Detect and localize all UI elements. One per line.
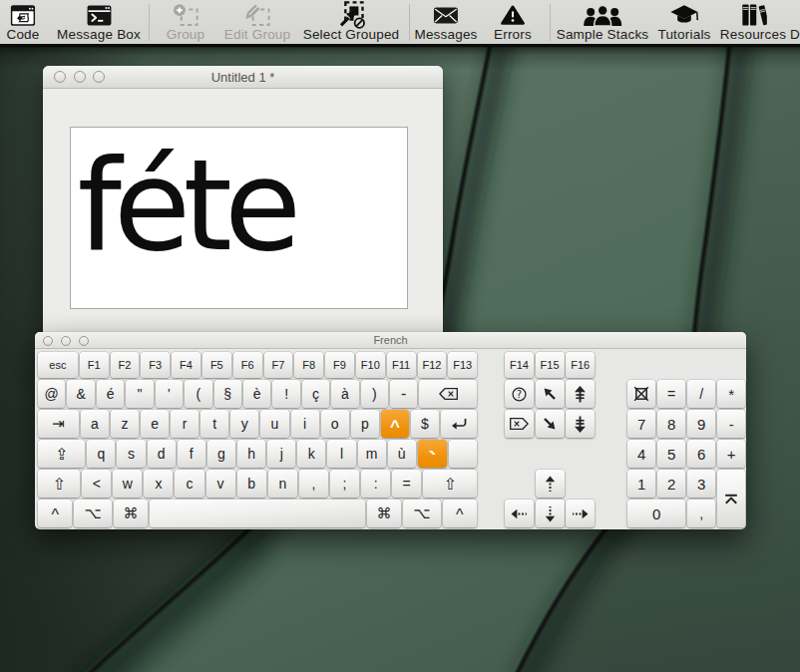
key-;[interactable]: ; <box>330 470 359 498</box>
key-numpad-clear[interactable] <box>627 380 655 408</box>
key-arrow-up[interactable] <box>536 470 565 498</box>
key-y[interactable]: y <box>230 410 258 438</box>
key-command-left[interactable]: ⌘ <box>114 500 148 527</box>
key-d[interactable]: d <box>148 440 176 468</box>
toolbar-item-tutorials[interactable]: Tutorials <box>657 0 710 44</box>
key-return-lower[interactable] <box>449 440 477 468</box>
key-j[interactable]: j <box>267 440 295 468</box>
key-backspace[interactable] <box>419 380 477 408</box>
key-caps-lock[interactable]: ⇪ <box>38 440 85 468</box>
key-f[interactable]: f <box>178 440 205 468</box>
toolbar-item-code[interactable]: Code <box>6 0 39 44</box>
key-F12[interactable]: F12 <box>418 352 447 378</box>
key-=[interactable]: = <box>392 470 421 498</box>
key-arrow-left[interactable] <box>505 500 534 527</box>
key-9[interactable]: 9 <box>687 410 715 438</box>
key-l[interactable]: l <box>327 440 355 468</box>
key-tab[interactable]: ⇥ <box>38 410 79 438</box>
toolbar-item-resources[interactable]: Resources <box>720 0 786 44</box>
key-t[interactable]: t <box>200 410 228 438</box>
key-F1[interactable]: F1 <box>80 352 109 378</box>
key-ç[interactable]: ç <box>302 380 329 408</box>
key-F3[interactable]: F3 <box>141 352 170 378</box>
key-F5[interactable]: F5 <box>202 352 231 378</box>
document-titlebar[interactable]: Untitled 1 * <box>43 66 443 89</box>
key-o[interactable]: o <box>321 410 349 438</box>
key-F6[interactable]: F6 <box>233 352 262 378</box>
key-g[interactable]: g <box>207 440 235 468</box>
toolbar-item-messages[interactable]: Messages <box>414 0 477 44</box>
key-b[interactable]: b <box>237 470 266 498</box>
key-@[interactable]: @ <box>38 380 65 408</box>
key-home[interactable] <box>536 380 565 408</box>
key-u[interactable]: u <box>260 410 288 438</box>
key-"[interactable]: " <box>126 380 153 408</box>
key-*[interactable]: * <box>717 380 745 408</box>
key-p[interactable]: p <box>351 410 379 438</box>
toolbar-item-select-grouped[interactable]: Select Grouped <box>303 0 400 44</box>
key-'[interactable]: ' <box>156 380 183 408</box>
key-=[interactable]: = <box>657 380 685 408</box>
key-h[interactable]: h <box>237 440 265 468</box>
key-esc[interactable]: esc <box>38 352 78 378</box>
key-<[interactable]: < <box>82 470 111 498</box>
key-i[interactable]: i <box>291 410 319 438</box>
key-c[interactable]: c <box>175 470 203 498</box>
key-ù[interactable]: ù <box>388 440 416 468</box>
key-,[interactable]: , <box>687 500 715 527</box>
key-&[interactable]: & <box>67 380 94 408</box>
key-+[interactable]: + <box>717 440 745 468</box>
key-option-right[interactable]: ⌥ <box>403 500 440 527</box>
key-3[interactable]: 3 <box>687 470 715 498</box>
key-F4[interactable]: F4 <box>172 352 200 378</box>
key-([interactable]: ( <box>185 380 211 408</box>
key-)[interactable]: ) <box>361 380 388 408</box>
key-z[interactable]: z <box>111 410 139 438</box>
key-n[interactable]: n <box>268 470 297 498</box>
key-arrow-down[interactable] <box>536 500 565 527</box>
key-:[interactable]: : <box>361 470 390 498</box>
key-control-left[interactable]: ^ <box>38 500 72 527</box>
key-q[interactable]: q <box>87 440 115 468</box>
key--[interactable]: - <box>390 380 417 408</box>
key-F10[interactable]: F10 <box>356 352 385 378</box>
key-w[interactable]: w <box>113 470 142 498</box>
keyboard-titlebar[interactable]: French <box>35 332 746 349</box>
toolbar-item-message-box[interactable]: Message Box <box>57 0 141 44</box>
key-control-right[interactable]: ^ <box>443 500 477 527</box>
key-F14[interactable]: F14 <box>505 352 534 378</box>
key-![interactable]: ! <box>272 380 299 408</box>
key-F11[interactable]: F11 <box>387 352 416 378</box>
key--[interactable]: - <box>717 410 745 438</box>
key-2[interactable]: 2 <box>657 470 685 498</box>
key-circumflex-dead-key[interactable]: ^ <box>381 410 409 438</box>
key-m[interactable]: m <box>358 440 386 468</box>
toolbar-item-d[interactable]: D <box>790 0 800 44</box>
key-è[interactable]: è <box>243 380 270 408</box>
key-1[interactable]: 1 <box>627 470 655 498</box>
toolbar-item-sample-stacks[interactable]: Sample Stacks <box>557 0 649 44</box>
key-e[interactable]: e <box>141 410 169 438</box>
key-5[interactable]: 5 <box>657 440 685 468</box>
key-v[interactable]: v <box>206 470 235 498</box>
key-help[interactable] <box>505 380 534 408</box>
key-F2[interactable]: F2 <box>111 352 140 378</box>
key-F16[interactable]: F16 <box>566 352 595 378</box>
key-4[interactable]: 4 <box>627 440 655 468</box>
key-,[interactable]: , <box>299 470 328 498</box>
key-F8[interactable]: F8 <box>294 352 323 378</box>
key-return[interactable] <box>441 410 477 438</box>
key-/[interactable]: / <box>687 380 715 408</box>
key-command-right[interactable]: ⌘ <box>367 500 401 527</box>
key-0[interactable]: 0 <box>627 500 685 527</box>
key-8[interactable]: 8 <box>657 410 685 438</box>
key-end[interactable] <box>536 410 565 438</box>
key-F9[interactable]: F9 <box>325 352 354 378</box>
key-F13[interactable]: F13 <box>448 352 477 378</box>
key-à[interactable]: à <box>331 380 358 408</box>
key-forward-delete[interactable] <box>505 410 534 438</box>
key-numpad-enter[interactable] <box>717 470 745 527</box>
key-page-down[interactable] <box>566 410 595 438</box>
key-§[interactable]: § <box>214 380 241 408</box>
toolbar-item-errors[interactable]: Errors <box>494 0 532 44</box>
